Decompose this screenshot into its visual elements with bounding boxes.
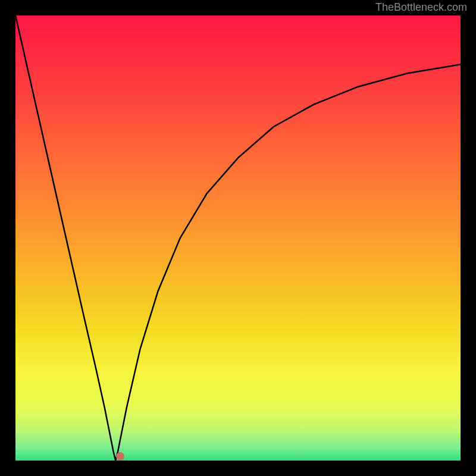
chart-area xyxy=(15,15,461,461)
optimal-point-marker xyxy=(116,452,124,461)
curve-line xyxy=(15,15,461,461)
watermark-text: TheBottleneck.com xyxy=(375,1,467,14)
